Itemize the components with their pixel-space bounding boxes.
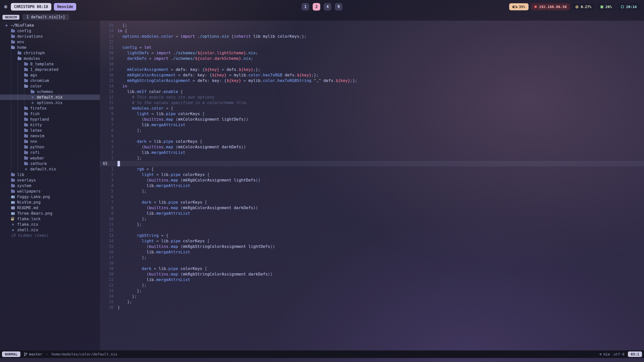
code-line[interactable]: 20 (builtins.map (mkRgbStringColorAssign… bbox=[100, 272, 644, 277]
code-line[interactable]: 24in { bbox=[100, 28, 644, 34]
clock-pill[interactable]: 20:14 bbox=[618, 3, 640, 10]
tree-item[interactable]: ags bbox=[0, 72, 100, 78]
code-line[interactable]: 10 ]; bbox=[100, 216, 644, 222]
code-line[interactable]: 18 bbox=[100, 61, 644, 67]
code-line-current[interactable]: 65 bbox=[100, 161, 644, 166]
tree-item[interactable]: README.md bbox=[0, 205, 100, 211]
code-line[interactable]: 8 (builtins.map (mkRgbColorAssignment da… bbox=[100, 205, 644, 211]
battery-pill[interactable]: 35% bbox=[509, 3, 529, 10]
tree-item[interactable]: NixVim.png bbox=[0, 200, 100, 205]
cpu-pill[interactable]: 0.27% bbox=[572, 3, 594, 10]
code-line[interactable]: 11 # to the values specified in a colors… bbox=[100, 100, 644, 106]
code-line[interactable]: 9 light = lib.pipe colorKeys [ bbox=[100, 111, 644, 117]
code-line[interactable]: 17 mkColorAssignment = defs: key: {${key… bbox=[100, 67, 644, 72]
tree-item[interactable]: kitty bbox=[0, 122, 100, 128]
code-line[interactable]: 10 modules.color = { bbox=[100, 106, 644, 111]
tree-item[interactable]: schemes bbox=[0, 89, 100, 95]
code-line[interactable]: 18 bbox=[100, 260, 644, 266]
code-line[interactable]: 19 dark = lib.pipe colorKeys [ bbox=[100, 266, 644, 272]
tree-item[interactable]: ❄~/NixFlake bbox=[0, 23, 100, 28]
workspace-button-1[interactable]: 1 bbox=[302, 3, 309, 11]
code-line[interactable]: 22 ]; bbox=[100, 283, 644, 288]
tree-item[interactable]: ❄flake.nix bbox=[0, 222, 100, 227]
memory-pill[interactable]: 20% bbox=[597, 3, 615, 10]
code-line[interactable]: 25 }; bbox=[100, 299, 644, 305]
tree-item[interactable]: derivations bbox=[0, 34, 100, 39]
code-line[interactable]: 21 lib.mergeAttrsList bbox=[100, 277, 644, 283]
code-line[interactable]: 2 light = lib.pipe colorKeys [ bbox=[100, 172, 644, 177]
code-line[interactable]: 5 bbox=[100, 133, 644, 139]
tree-item[interactable]: neovim bbox=[0, 133, 100, 139]
tree-item[interactable]: rofi bbox=[0, 150, 100, 155]
tree-item[interactable]: firefox bbox=[0, 106, 100, 111]
code-line[interactable]: 9 lib.mergeAttrsList bbox=[100, 211, 644, 216]
tree-item[interactable]: hyprland bbox=[0, 117, 100, 122]
code-line[interactable]: 16 mkRgbColorAssignment = defs: key: {${… bbox=[100, 72, 644, 78]
workspace-button-9[interactable]: 9 bbox=[335, 3, 342, 11]
code-line[interactable]: 14 in bbox=[100, 83, 644, 89]
code-line[interactable]: 7 dark = lib.pipe colorKeys [ bbox=[100, 200, 644, 205]
tree-item[interactable]: ❄default.nix bbox=[0, 95, 100, 100]
code-line[interactable]: 23 options.modules.color = import ./opti… bbox=[100, 34, 644, 39]
code-line[interactable]: 14 light = lib.pipe colorKeys [ bbox=[100, 238, 644, 244]
code-line[interactable]: 6 ]; bbox=[100, 128, 644, 133]
buffer-tab[interactable]: 1 default.nix[1+] bbox=[22, 14, 69, 20]
code-line[interactable]: 25 ]; bbox=[100, 23, 644, 28]
code-line[interactable]: 17 ]; bbox=[100, 255, 644, 260]
tree-item[interactable]: env bbox=[0, 39, 100, 45]
code-line[interactable]: 24 }; bbox=[100, 294, 644, 299]
code-line[interactable]: 3 (builtins.map (mkColorAssignment darkD… bbox=[100, 144, 644, 150]
code-line[interactable]: 4 lib.mergeAttrsList bbox=[100, 183, 644, 189]
tree-item[interactable]: 0_template bbox=[0, 61, 100, 67]
tree-item[interactable]: fish bbox=[0, 111, 100, 117]
code-line[interactable]: 1 ]; bbox=[100, 155, 644, 161]
network-pill[interactable]: 192.168.86.50 bbox=[531, 3, 570, 10]
code-line[interactable]: 2 lib.mergeAttrsList bbox=[100, 150, 644, 155]
tree-item[interactable]: zathura bbox=[0, 161, 100, 166]
code-line[interactable]: 13 rgbString = { bbox=[100, 233, 644, 238]
code-line[interactable]: 15 (builtins.map (mkRgbStringColorAssign… bbox=[100, 244, 644, 249]
tree-item[interactable]: python bbox=[0, 144, 100, 150]
code-line[interactable]: 11 }; bbox=[100, 222, 644, 227]
code-line[interactable]: 5 ]; bbox=[100, 189, 644, 194]
git-branch[interactable]: master bbox=[24, 352, 42, 356]
tree-item[interactable]: nnn bbox=[0, 139, 100, 144]
code-line[interactable]: 1 rgb = { bbox=[100, 166, 644, 172]
code-line[interactable]: 3 (builtins.map (mkRgbColorAssignment li… bbox=[100, 177, 644, 183]
code-line[interactable]: 12 # This module sets its own options bbox=[100, 95, 644, 100]
code-line[interactable]: 22 bbox=[100, 39, 644, 45]
tree-item[interactable]: ❄shell.nix bbox=[0, 227, 100, 233]
tree-item[interactable]: wallpapers bbox=[0, 189, 100, 194]
code-line[interactable]: 21 config = let bbox=[100, 45, 644, 50]
tree-item[interactable]: 1_deprecated bbox=[0, 67, 100, 72]
tree-item[interactable]: chromium bbox=[0, 78, 100, 83]
tree-item[interactable]: latex bbox=[0, 128, 100, 133]
code-line[interactable]: 6 bbox=[100, 194, 644, 200]
tree-item[interactable]: ❄options.nix bbox=[0, 100, 100, 106]
tree-item[interactable]: color bbox=[0, 83, 100, 89]
workspace-button-4[interactable]: 4 bbox=[324, 3, 331, 11]
tree-item[interactable]: config bbox=[0, 28, 100, 34]
tree-item[interactable]: christoph bbox=[0, 50, 100, 56]
code-line[interactable]: 13 lib.mkIf color.enable { bbox=[100, 89, 644, 95]
code-line[interactable]: 15 mkRgbStringColorAssignment = defs: ke… bbox=[100, 78, 644, 83]
user-clock-badge[interactable]: CHRISTOPH 08:18 bbox=[11, 3, 51, 11]
code-line[interactable]: 19 darkDefs = import ./schemes/${color.d… bbox=[100, 56, 644, 61]
tree-item[interactable]: modules bbox=[0, 56, 100, 61]
tree-item[interactable]: waybar bbox=[0, 155, 100, 161]
tree-item[interactable]: Three-Bears.png bbox=[0, 211, 100, 216]
code-line[interactable]: 26} bbox=[100, 305, 644, 310]
code-line[interactable]: 23 }; bbox=[100, 288, 644, 294]
code-line[interactable]: 12 bbox=[100, 227, 644, 233]
tree-item[interactable]: overlays bbox=[0, 177, 100, 183]
tree-item[interactable]: system bbox=[0, 183, 100, 189]
tree-item[interactable]: home bbox=[0, 45, 100, 50]
tree-item[interactable]: lib bbox=[0, 172, 100, 177]
code-line[interactable]: 7 lib.mergeAttrsList bbox=[100, 122, 644, 128]
workspace-button-2[interactable]: 2 bbox=[313, 3, 320, 11]
code-line[interactable]: 8 (builtins.map (mkColorAssignment light… bbox=[100, 117, 644, 122]
tree-item[interactable]: ❄default.nix bbox=[0, 166, 100, 172]
editor-buffer[interactable]: 25 ];24in {23 options.modules.color = im… bbox=[100, 21, 644, 350]
code-line[interactable]: 4 dark = lib.pipe colorKeys [ bbox=[100, 139, 644, 144]
tree-item[interactable]: flake.lock bbox=[0, 216, 100, 222]
